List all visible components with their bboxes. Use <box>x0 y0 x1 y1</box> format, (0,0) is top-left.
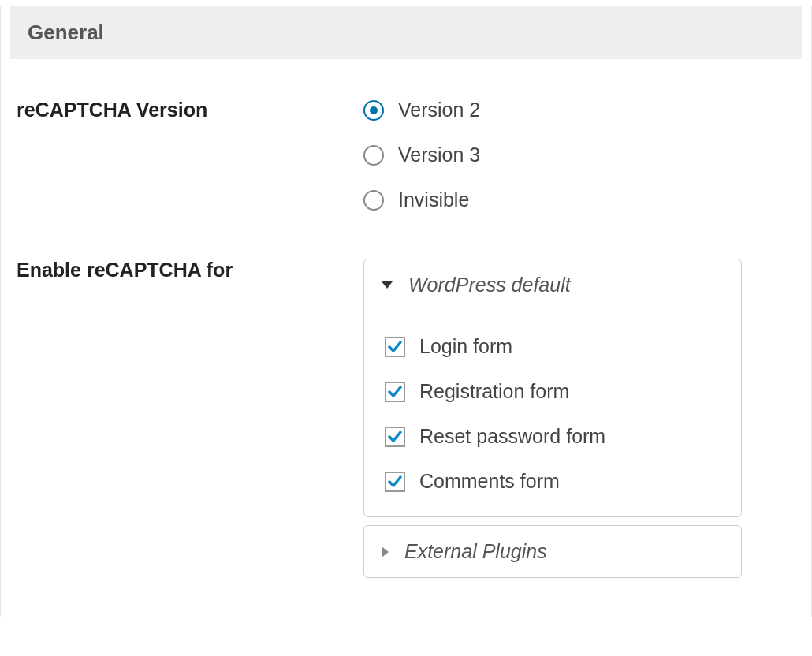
check-icon <box>387 339 403 355</box>
radio-circle-icon <box>363 190 384 211</box>
checkbox-box-icon <box>385 382 405 402</box>
check-icon <box>387 429 403 445</box>
section-header-general: General <box>10 6 802 59</box>
radio-circle-icon <box>363 145 384 166</box>
version-label: reCAPTCHA Version <box>17 99 207 121</box>
checkbox-box-icon <box>385 472 405 492</box>
accordion-wordpress-default: WordPress default Login form <box>363 259 742 517</box>
check-icon <box>387 384 403 400</box>
control-col-version: Version 2 Version 3 Invisible <box>363 99 795 211</box>
check-icon <box>387 474 403 490</box>
checkbox-login-form[interactable]: Login form <box>385 335 721 358</box>
radio-version-2[interactable]: Version 2 <box>363 99 795 121</box>
control-col-enable-for: WordPress default Login form <box>363 259 795 586</box>
label-col: reCAPTCHA Version <box>17 99 363 121</box>
radio-version-3[interactable]: Version 3 <box>363 144 795 166</box>
accordion-body-wordpress-default: Login form Registration form <box>364 311 741 516</box>
checkbox-reset-password-form[interactable]: Reset password form <box>385 425 721 448</box>
settings-panel: General reCAPTCHA Version Version 2 Vers… <box>0 6 812 617</box>
form-row-enable-for: Enable reCAPTCHA for WordPress default <box>1 259 811 586</box>
enable-for-label: Enable reCAPTCHA for <box>17 259 233 281</box>
accordion-external-plugins: External Plugins <box>363 525 742 578</box>
accordion-header-external-plugins[interactable]: External Plugins <box>364 526 741 577</box>
checkbox-label: Reset password form <box>419 425 605 448</box>
checkbox-registration-form[interactable]: Registration form <box>385 380 721 403</box>
checkbox-label: Registration form <box>419 380 569 403</box>
caret-down-icon <box>382 281 393 289</box>
radio-dot-icon <box>370 106 378 114</box>
accordion-title: WordPress default <box>408 274 571 296</box>
checkbox-label: Login form <box>419 335 512 358</box>
checkbox-box-icon <box>385 337 405 357</box>
accordion-title: External Plugins <box>404 540 547 563</box>
checkbox-label: Comments form <box>419 470 560 493</box>
radio-invisible[interactable]: Invisible <box>363 188 795 211</box>
label-col: Enable reCAPTCHA for <box>17 259 363 281</box>
accordion-header-wordpress-default[interactable]: WordPress default <box>364 259 741 311</box>
radio-label: Version 3 <box>398 144 480 166</box>
form-row-version: reCAPTCHA Version Version 2 Version 3 In… <box>1 99 811 211</box>
radio-label: Version 2 <box>398 99 480 121</box>
radio-circle-icon <box>363 100 384 121</box>
checkbox-box-icon <box>385 427 405 447</box>
checkbox-comments-form[interactable]: Comments form <box>385 470 721 493</box>
radio-label: Invisible <box>398 188 469 211</box>
section-title: General <box>28 20 784 45</box>
caret-right-icon <box>382 546 389 557</box>
